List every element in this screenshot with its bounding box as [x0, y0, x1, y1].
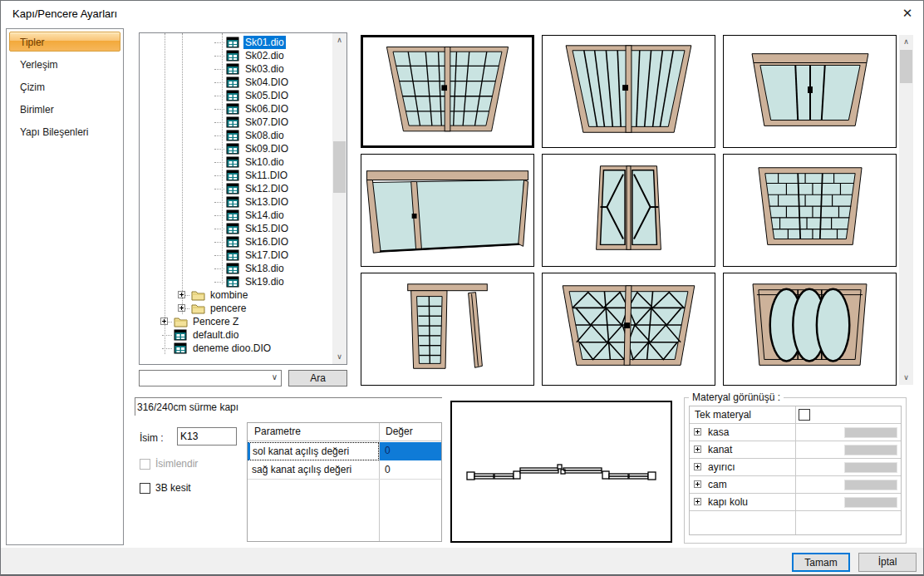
header-deger: Değer [386, 426, 413, 437]
grid-scrollbar-thumb[interactable] [900, 50, 912, 83]
tree-item-label: Sk18.dio [243, 262, 286, 275]
tree-item-sk12-dio[interactable]: Sk12.DIO [140, 182, 332, 195]
sidebar-item-tipler[interactable]: Tipler [9, 32, 120, 52]
window-file-icon [226, 223, 239, 234]
material-swatch-button[interactable] [844, 427, 897, 438]
material-swatch-button[interactable] [844, 462, 897, 473]
tree-item-label: Sk06.DIO [243, 102, 290, 116]
3d-section-checkbox[interactable] [140, 483, 150, 494]
thumbnail-cell-7[interactable] [361, 273, 534, 386]
thumbnail-cell-5[interactable] [542, 154, 715, 267]
single-material-checkbox[interactable] [799, 409, 810, 421]
expand-plus-icon[interactable] [694, 480, 701, 488]
material-swatch-button[interactable] [844, 445, 897, 455]
expand-plus-icon[interactable] [694, 463, 701, 470]
expand-plus-icon[interactable] [694, 498, 701, 505]
rename-checkbox[interactable] [140, 459, 150, 470]
scroll-up-icon[interactable]: ∧ [899, 35, 913, 49]
window-file-icon [226, 143, 239, 155]
sidebar-item-birimler[interactable]: Birimler [9, 99, 120, 119]
close-icon[interactable]: ✕ [895, 2, 920, 24]
tree-item-sk13-dio[interactable]: Sk13.DIO [140, 195, 332, 209]
thumbnail-cell-6[interactable] [723, 154, 897, 267]
tree-item-sk15-dio[interactable]: Sk15.DIO [140, 222, 332, 235]
tree-item-sk11-dio[interactable]: Sk11.DIO [140, 169, 332, 182]
scroll-down-icon[interactable]: ∨ [899, 371, 913, 385]
expand-plus-icon[interactable] [694, 446, 701, 453]
scroll-up-icon[interactable]: ∧ [332, 33, 346, 47]
sidebar-item-cizim[interactable]: Çizim [9, 76, 120, 96]
chevron-down-icon[interactable]: ∨ [272, 372, 278, 382]
thumbnail-cell-3[interactable] [723, 35, 897, 148]
tree-item-label: kombine [209, 288, 249, 302]
material-row-kapi-kolu[interactable]: kapı kolu [690, 494, 901, 511]
tree-item-sk09-dio[interactable]: Sk09.DIO [140, 142, 332, 155]
tree-item-sk02-dio[interactable]: Sk02.dio [140, 49, 332, 62]
tree-item-sk19-dio[interactable]: Sk19.dio [140, 275, 332, 288]
material-swatch-button[interactable] [844, 480, 897, 490]
tree-item-label: Sk05.DIO [243, 89, 290, 102]
ok-button[interactable]: Tamam [792, 553, 850, 572]
tree-item-sk04-dio[interactable]: Sk04.DIO [140, 76, 332, 89]
parameter-row[interactable]: sol kanat açılış değeri 0 [248, 442, 441, 460]
tree-scrollbar-thumb[interactable] [333, 141, 346, 193]
tree-item-sk17-dio[interactable]: Sk17.DIO [140, 249, 332, 262]
parameter-name[interactable]: sağ kanat açılış değeri [248, 461, 379, 480]
expand-plus-icon[interactable] [694, 428, 701, 436]
material-row-cam[interactable]: cam [690, 476, 901, 494]
material-row-kasa[interactable]: kasa [690, 424, 901, 441]
grid-scrollbar[interactable]: ∧ ∨ [899, 35, 913, 385]
tree-item-sk08-dio[interactable]: Sk08.dio [140, 129, 332, 142]
window-preview-oval-panes [724, 273, 896, 385]
parameter-name[interactable]: sol kanat açılış değeri [248, 442, 379, 460]
folder-icon [191, 303, 204, 314]
name-input[interactable] [177, 427, 237, 446]
thumbnail-cell-9[interactable] [723, 273, 897, 386]
window-file-icon [226, 103, 239, 115]
tree-connector [214, 215, 224, 216]
scroll-down-icon[interactable]: ∨ [332, 350, 346, 364]
thumbnail-cell-2[interactable] [542, 35, 715, 148]
tree-item-sk01-dio[interactable]: Sk01.dio [140, 36, 332, 49]
tree-item-sk07-dio[interactable]: Sk07.DIO [140, 116, 332, 129]
tree-item-sk06-dio[interactable]: Sk06.DIO [140, 102, 332, 116]
tree-item-label: Sk16.DIO [243, 235, 290, 249]
window-file-icon [226, 90, 239, 101]
door-window-settings-dialog: Kapı/Pencere Ayarları ✕ Tipler Yerleşim … [0, 0, 924, 576]
thumbnail-cell-8[interactable] [542, 273, 715, 386]
tree-connector [214, 42, 224, 43]
folder-icon [174, 316, 188, 327]
tree-item-deneme-dioo-dio[interactable]: deneme dioo.DIO [140, 342, 332, 355]
tree-item-sk10-dio[interactable]: Sk10.dio [140, 155, 332, 169]
material-swatch-button[interactable] [844, 497, 897, 508]
tree-item-sk18-dio[interactable]: Sk18.dio [140, 262, 332, 275]
tree-item-default-dio[interactable]: default.dio [140, 328, 332, 342]
material-group-title: Materyal görünüşü : [689, 391, 784, 403]
material-row-label: Tek materyal [695, 409, 751, 421]
material-row-tek-materyal[interactable]: Tek materyal [690, 406, 901, 424]
tree-item-label: Sk14.dio [243, 209, 286, 222]
material-row-kanat[interactable]: kanat [690, 441, 901, 459]
tree-item-sk05-dio[interactable]: Sk05.DIO [140, 89, 332, 102]
tree-item-sk03-dio[interactable]: Sk03.dio [140, 62, 332, 76]
parameter-value[interactable]: 0 [380, 442, 441, 460]
tree-item-sk16-dio[interactable]: Sk16.DIO [140, 235, 332, 249]
search-button[interactable]: Ara [288, 370, 347, 386]
search-combobox[interactable]: ∨ [139, 370, 282, 386]
parameter-value[interactable]: 0 [380, 461, 441, 480]
parameter-row[interactable]: sağ kanat açılış değeri 0 [248, 461, 441, 480]
tree-item-pencere-z[interactable]: Pencere Z [140, 315, 332, 328]
thumbnail-cell-1[interactable] [361, 35, 534, 148]
window-file-icon [226, 116, 239, 128]
tree-item-sk14-dio[interactable]: Sk14.dio [140, 209, 332, 222]
tree-connector [214, 255, 224, 256]
cancel-button[interactable]: İptal [858, 553, 917, 572]
tree-item-pencere[interactable]: pencere [140, 302, 332, 315]
name-label: İsim : [140, 432, 164, 444]
thumbnail-cell-4[interactable] [361, 154, 534, 267]
material-row-ayirici[interactable]: ayırıcı [690, 459, 901, 476]
sidebar-item-yapi-bilesenleri[interactable]: Yapı Bileşenleri [9, 121, 120, 141]
tree-item-kombine[interactable]: kombine [140, 288, 332, 302]
sidebar-item-yerlesim[interactable]: Yerleşim [9, 54, 120, 74]
tree-scrollbar[interactable]: ∧ ∨ [332, 33, 346, 364]
